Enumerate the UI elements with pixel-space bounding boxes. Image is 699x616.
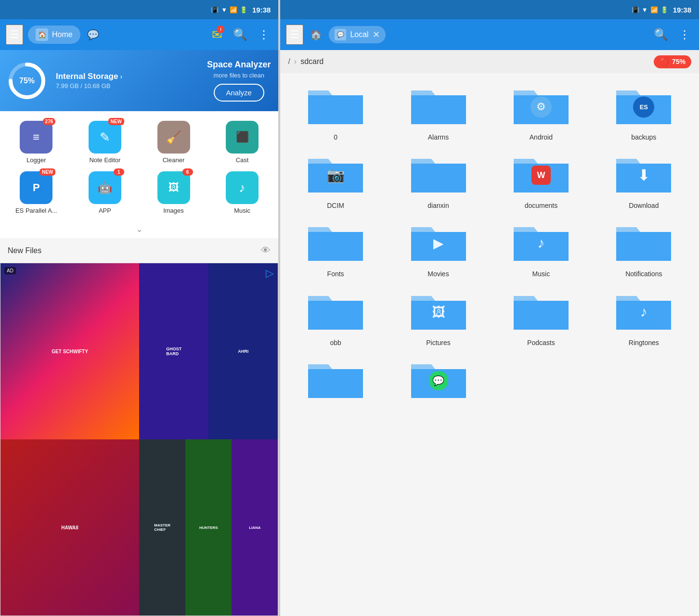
- parallel-icon: P: [20, 171, 52, 204]
- ad-area: AD ▷ GET SCHWIFTY GHOSTBARD AHRI HAWAII: [0, 263, 278, 616]
- right-top-nav: ☰ 🏠 💬 Local ✕ 🔍 ⋮: [280, 19, 699, 50]
- storage-info[interactable]: Internal Storage › 7.99 GB / 10.68 GB: [56, 72, 197, 90]
- folder-pictures[interactable]: 🖼 Pictures: [391, 286, 486, 347]
- folder-dcim[interactable]: 📷 DCIM: [288, 149, 383, 210]
- folder-obb[interactable]: obb: [288, 286, 383, 347]
- ad-label: AD: [4, 267, 16, 274]
- folder-movies[interactable]: ▶ Movies: [391, 218, 486, 278]
- left-status-bar: 📳 ▼ 📶 🔋 19:38: [0, 0, 278, 19]
- folder-ringtones[interactable]: ♪ Ringtones: [596, 286, 691, 347]
- cleaner-icon: 🧹: [157, 121, 190, 154]
- breadcrumb-separator: ›: [294, 57, 297, 66]
- folder-dianxin[interactable]: dianxin: [391, 149, 486, 210]
- home-button[interactable]: 🏠 Home: [28, 26, 80, 44]
- ad-skip-button[interactable]: ▷: [266, 267, 274, 280]
- app-item-logger[interactable]: ≡ 276 Logger: [4, 119, 69, 166]
- music-folder-icon: ♪: [537, 235, 544, 252]
- folder-alarms[interactable]: Alarms: [391, 81, 486, 141]
- app-item-parallel[interactable]: P NEW ES Parallel A...: [4, 169, 69, 216]
- app-item-cleaner[interactable]: 🧹 Cleaner: [141, 119, 206, 166]
- right-search-button[interactable]: 🔍: [651, 25, 671, 44]
- music-label: Music: [234, 207, 250, 214]
- eye-icon[interactable]: 👁: [261, 245, 271, 256]
- folder-music-label: Music: [532, 270, 550, 278]
- pie-chart-icon: 🔴: [660, 57, 669, 66]
- app-label: APP: [99, 207, 111, 214]
- local-label: Local: [350, 30, 368, 39]
- app-item-images[interactable]: 🖼 6 Images: [141, 169, 206, 216]
- right-battery-icon: 🔋: [660, 6, 668, 13]
- left-search-button[interactable]: 🔍: [230, 25, 250, 44]
- new-files-header: New Files 👁: [0, 238, 278, 263]
- local-icon: 💬: [335, 29, 346, 40]
- ad-cell-2: GHOSTBARD AHRI: [139, 263, 278, 439]
- expand-button[interactable]: ⌄: [0, 220, 278, 238]
- ad-cell-3: HAWAII: [0, 439, 139, 616]
- settings-icon: ⚙: [536, 101, 546, 113]
- es-icon: ES: [640, 103, 648, 111]
- folder-notifications[interactable]: Notifications: [596, 218, 691, 278]
- space-analyzer-subtitle: more files to clean: [207, 72, 271, 79]
- mail-button[interactable]: ✉ !: [209, 25, 225, 45]
- folder-extra-1[interactable]: [288, 355, 383, 403]
- logger-label: Logger: [26, 156, 46, 164]
- folder-extra-2[interactable]: 💬: [391, 355, 486, 403]
- new-files-title: New Files: [8, 246, 41, 255]
- folder-backups[interactable]: ES backups: [596, 81, 691, 141]
- breadcrumb-root[interactable]: /: [288, 57, 290, 66]
- folder-documents[interactable]: W documents: [493, 149, 588, 210]
- folder-android[interactable]: ⚙ Android: [493, 81, 588, 141]
- vibrate-icon: 📳: [211, 6, 219, 13]
- left-panel: 📳 ▼ 📶 🔋 19:38 ☰ 🏠 Home 💬 ✉ ! 🔍 ⋮ 75%: [0, 0, 278, 616]
- storage-circle: 75%: [8, 62, 46, 100]
- folder-backups-label: backups: [631, 133, 656, 141]
- parallel-badge: NEW: [39, 168, 55, 176]
- note-label: Note Editor: [89, 156, 120, 164]
- folder-fonts[interactable]: Fonts: [288, 218, 383, 278]
- home-nav-icon[interactable]: 🏠: [308, 27, 324, 42]
- storage-card: 75% Internal Storage › 7.99 GB / 10.68 G…: [0, 50, 278, 111]
- storage-usage-badge: 🔴 75%: [654, 55, 691, 68]
- ad-cell-1: GET SCHWIFTY: [0, 263, 139, 439]
- storage-percent: 75%: [19, 77, 35, 85]
- analyze-button[interactable]: Analyze: [214, 84, 264, 102]
- wps-icon: W: [537, 170, 545, 180]
- right-more-button[interactable]: ⋮: [676, 25, 693, 44]
- left-top-nav: ☰ 🏠 Home 💬 ✉ ! 🔍 ⋮: [0, 19, 278, 50]
- app-item-music[interactable]: ♪ Music: [210, 169, 275, 216]
- left-menu-button[interactable]: ☰: [6, 25, 23, 45]
- right-signal-icon: 📶: [650, 6, 658, 13]
- note-icon: ✎: [89, 121, 121, 154]
- chat-icon[interactable]: 💬: [87, 29, 99, 40]
- storage-title: Internal Storage ›: [56, 72, 197, 81]
- folder-download[interactable]: ⬇ Download: [596, 149, 691, 210]
- right-panel: 📳 ▼ 📶 🔋 19:38 ☰ 🏠 💬 Local ✕ 🔍 ⋮ / › sdca…: [280, 0, 699, 616]
- local-chip[interactable]: 💬 Local ✕: [329, 26, 385, 43]
- folder-android-label: Android: [530, 133, 553, 141]
- whatsapp-icon: 💬: [432, 375, 444, 386]
- left-status-icons: 📳 ▼ 📶 🔋: [211, 6, 247, 13]
- folder-alarms-label: Alarms: [428, 133, 449, 141]
- folder-0[interactable]: 0: [288, 81, 383, 141]
- right-menu-button[interactable]: ☰: [286, 25, 303, 45]
- folder-music[interactable]: ♪ Music: [493, 218, 588, 278]
- close-local-button[interactable]: ✕: [373, 29, 380, 40]
- folder-ringtones-label: Ringtones: [629, 338, 659, 347]
- left-more-button[interactable]: ⋮: [255, 25, 272, 44]
- right-wifi-icon: ▼: [642, 6, 648, 13]
- cleaner-label: Cleaner: [163, 156, 185, 164]
- music-icon: ♪: [226, 171, 259, 204]
- right-status-bar: 📳 ▼ 📶 🔋 19:38: [280, 0, 699, 19]
- folder-podcasts[interactable]: Podcasts: [493, 286, 588, 347]
- left-status-time: 19:38: [252, 6, 271, 14]
- mail-badge: !: [217, 26, 224, 33]
- app-item-note[interactable]: ✎ NEW Note Editor: [73, 119, 138, 166]
- folder-podcasts-label: Podcasts: [527, 338, 555, 347]
- signal-icon: 📶: [230, 6, 237, 13]
- app-item-app[interactable]: 🤖 1 APP: [73, 169, 138, 216]
- home-icon: 🏠: [36, 28, 48, 41]
- folder-download-label: Download: [629, 201, 659, 210]
- android-overlay: ⚙: [531, 96, 552, 117]
- logger-icon: ≡: [20, 121, 52, 154]
- app-item-cast[interactable]: ⬛ Cast: [210, 119, 275, 166]
